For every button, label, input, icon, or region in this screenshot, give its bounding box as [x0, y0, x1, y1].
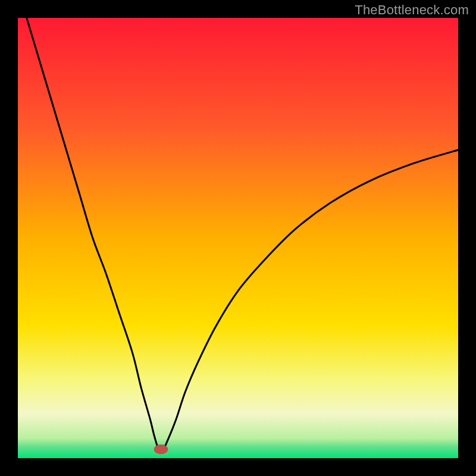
plot-background [18, 18, 458, 458]
minimum-marker [154, 444, 168, 454]
chart-svg [0, 0, 476, 476]
chart-frame: TheBottleneck.com [0, 0, 476, 476]
